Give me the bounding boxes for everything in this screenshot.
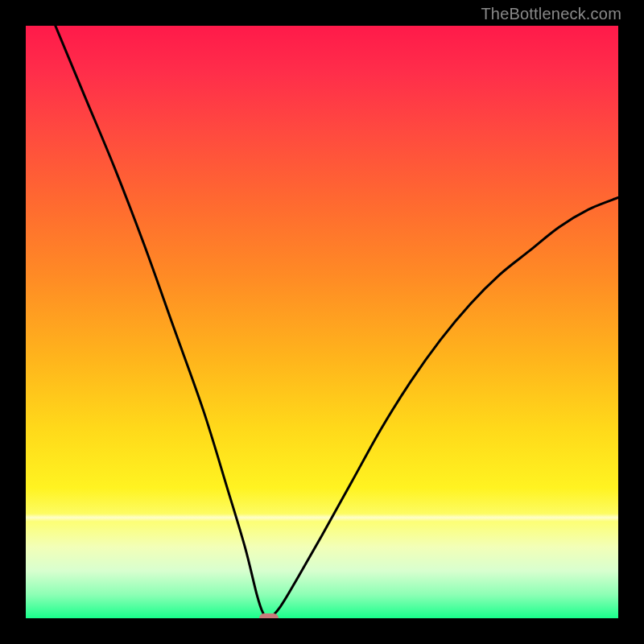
watermark-label: TheBottleneck.com (481, 5, 621, 23)
bottleneck-curve (56, 26, 618, 618)
plot-area (26, 26, 618, 618)
curve-layer (26, 26, 618, 618)
chart-frame: TheBottleneck.com (0, 0, 644, 644)
minimum-marker (259, 613, 279, 618)
